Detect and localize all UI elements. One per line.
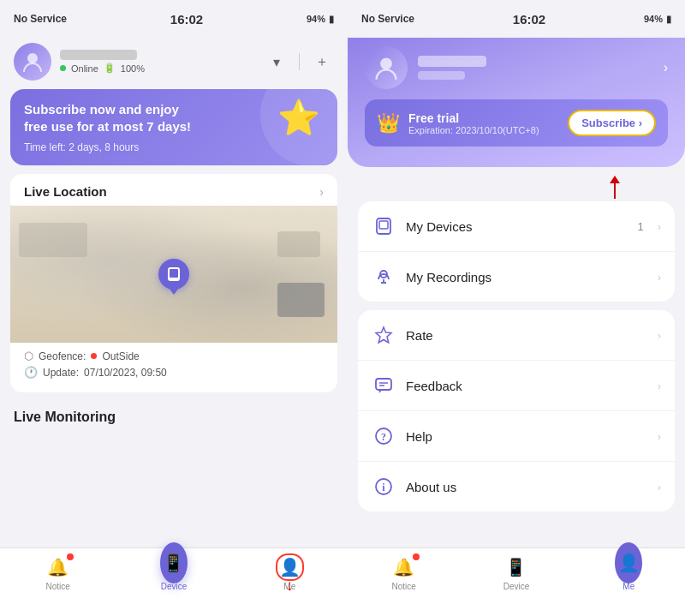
right-tab-bar: 🔔 Notice 📱 Device 👤 Me	[348, 547, 685, 616]
me-icon: 👤	[279, 558, 301, 577]
map-patch-2	[277, 231, 320, 257]
right-tab-device-label: Device	[503, 582, 530, 591]
left-time: 16:02	[170, 12, 203, 27]
geofence-status-dot	[91, 353, 97, 359]
tab-notice-label: Notice	[45, 582, 69, 591]
promo-time: Time left: 2 days, 8 hours	[24, 141, 324, 153]
device-pin	[158, 259, 189, 290]
map-patch-1	[19, 223, 87, 257]
notice-icon-wrap: 🔔	[45, 555, 72, 579]
live-location-card: Live Location › ⬡	[10, 174, 337, 392]
right-me-icon: 👤	[618, 553, 640, 573]
me-red-arrow: ↓	[286, 577, 294, 595]
notice-badge	[67, 553, 74, 560]
live-monitoring-title: Live Monitoring	[10, 401, 337, 430]
online-dot	[60, 65, 66, 71]
left-signal: No Service	[14, 13, 67, 25]
menu-item-rate[interactable]: Rate ›	[358, 310, 675, 361]
device-active-bg: 📱	[160, 542, 188, 583]
annotation-area	[348, 176, 685, 201]
update-row: 🕐 Update: 07/10/2023, 09:50	[24, 366, 324, 379]
promo-card: Subscribe now and enjoy free use for at …	[10, 89, 337, 165]
my-devices-icon	[372, 214, 396, 238]
rate-icon	[372, 323, 396, 347]
left-online-label: Online	[71, 63, 98, 74]
right-signal: No Service	[361, 13, 414, 25]
right-user-row[interactable]: ›	[365, 46, 668, 89]
right-panel: No Service 16:02 94% ▮ › 👑	[348, 0, 685, 616]
my-recordings-icon	[372, 265, 396, 289]
left-status-bar: No Service 16:02 94% ▮	[0, 0, 348, 38]
crown-icon: 👑	[377, 112, 400, 135]
device-icon-wrap: 📱	[160, 555, 188, 579]
live-location-title: Live Location	[24, 184, 107, 199]
about-us-label: About us	[406, 480, 647, 494]
red-up-arrow	[610, 176, 620, 199]
rate-label: Rate	[406, 328, 647, 343]
geofence-label: Geofence:	[39, 350, 86, 362]
right-user-sub-blur	[418, 71, 465, 80]
geofence-row: ⬡ Geofence: OutSide	[24, 350, 324, 362]
menu-item-my-recordings[interactable]: My Recordings ›	[358, 252, 675, 302]
tab-notice[interactable]: 🔔 Notice	[0, 555, 116, 591]
update-value: 07/10/2023, 09:50	[84, 367, 167, 379]
right-notice-icon-wrap: 🔔	[390, 555, 418, 579]
menu-item-about-us[interactable]: i About us ›	[358, 462, 675, 511]
live-location-chevron: ›	[319, 185, 324, 199]
geofence-icon: ⬡	[24, 350, 33, 362]
feedback-chevron: ›	[658, 380, 661, 392]
right-battery-icon: ▮	[666, 14, 671, 25]
menu-group-2: Rate › Feedback › ? Help	[358, 310, 675, 511]
right-device-icon: 📱	[505, 557, 527, 577]
trial-card: 👑 Free trial Expiration: 2023/10/10(UTC+…	[365, 99, 668, 147]
right-user-name-blur	[418, 56, 486, 67]
right-tab-device[interactable]: 📱 Device	[460, 555, 572, 591]
tab-me[interactable]: 👤 ↓ Me	[232, 555, 348, 591]
add-button[interactable]: ＋	[310, 50, 334, 74]
right-notice-icon: 🔔	[393, 557, 414, 577]
svg-text:i: i	[382, 481, 385, 493]
svg-rect-5	[379, 221, 388, 229]
tab-device[interactable]: 📱 Device	[116, 555, 231, 591]
update-icon: 🕐	[24, 366, 38, 379]
subscribe-button[interactable]: Subscribe ›	[568, 110, 656, 136]
about-us-chevron: ›	[658, 481, 661, 493]
help-chevron: ›	[658, 430, 661, 443]
left-content: Live Location › ⬡	[0, 174, 348, 547]
star-icon: ⭐	[277, 98, 320, 138]
device-icon: 📱	[163, 553, 184, 573]
arrow-head	[610, 176, 620, 183]
left-tab-bar: 🔔 Notice 📱 Device 👤 ↓ Me	[0, 547, 348, 616]
right-tab-notice-label: Notice	[391, 582, 415, 591]
dropdown-button[interactable]: ▾	[265, 50, 289, 74]
left-user-info: Online 🔋 100%	[60, 50, 145, 74]
svg-rect-10	[376, 379, 391, 390]
live-location-footer: ⬡ Geofence: OutSide 🕐 Update: 07/10/2023…	[10, 343, 337, 392]
right-header-chevron: ›	[664, 60, 668, 75]
trial-title: Free trial	[408, 111, 539, 125]
right-tab-notice[interactable]: 🔔 Notice	[348, 555, 460, 591]
right-device-icon-wrap: 📱	[503, 555, 530, 579]
right-tab-me[interactable]: 👤 Me	[573, 555, 685, 591]
feedback-icon	[372, 374, 396, 398]
my-recordings-label: My Recordings	[406, 270, 647, 284]
help-label: Help	[406, 429, 647, 444]
menu-item-feedback[interactable]: Feedback ›	[358, 361, 675, 411]
live-location-header[interactable]: Live Location ›	[10, 174, 337, 206]
svg-rect-2	[170, 269, 178, 278]
notice-icon: 🔔	[47, 557, 68, 577]
trial-expiration: Expiration: 2023/10/10(UTC+8)	[408, 125, 539, 135]
menu-group-1: My Devices 1 › My Recordings ›	[358, 201, 675, 302]
left-battery-icon: ▮	[329, 14, 334, 25]
right-me-icon-wrap: 👤	[615, 555, 642, 579]
header-divider	[299, 53, 300, 70]
menu-item-help[interactable]: ? Help ›	[358, 411, 675, 462]
my-recordings-chevron: ›	[658, 271, 661, 284]
promo-title: Subscribe now and enjoy free use for at …	[24, 101, 195, 135]
left-panel: No Service 16:02 94% ▮ Online 🔋 100%	[0, 0, 348, 616]
svg-point-0	[27, 53, 38, 63]
menu-item-my-devices[interactable]: My Devices 1 ›	[358, 201, 675, 252]
left-status-icons: 94% ▮	[307, 14, 334, 25]
right-user-info	[418, 56, 653, 80]
left-user-name-blur	[60, 50, 137, 60]
